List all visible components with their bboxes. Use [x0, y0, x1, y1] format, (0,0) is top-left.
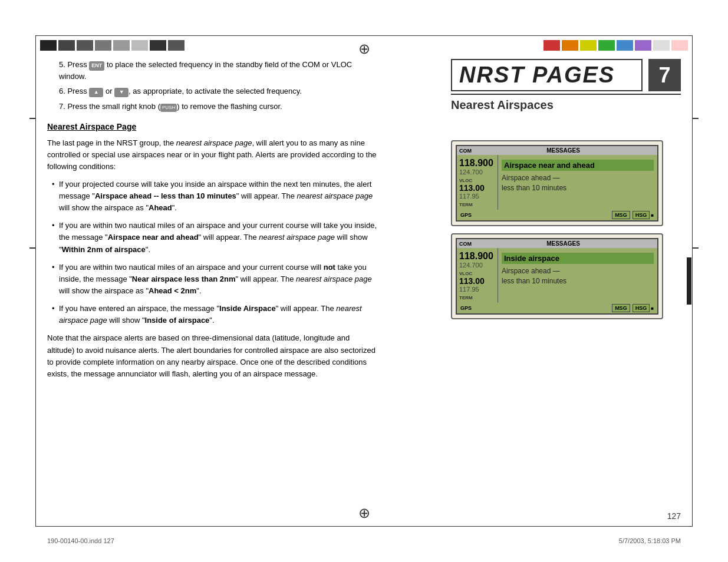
term-label-2: TERM	[459, 295, 495, 300]
gps-device-1: COM MESSAGES 118.900 124.700 VLOC 113.00…	[451, 140, 663, 226]
gps-label-2: GPS	[460, 305, 472, 311]
freq-active-1: 118.900	[459, 157, 495, 168]
bar-7	[150, 40, 166, 51]
right-column: NRST PAGES 7 Nearest Airspaces COM MESSA…	[451, 59, 681, 326]
step-7: 7. Press the small right knob (PUSH) to …	[47, 101, 377, 113]
crosshair-top	[355, 40, 373, 58]
messages-title-1: MESSAGES	[472, 147, 655, 154]
page-border-left	[35, 35, 36, 527]
bar-8	[168, 40, 185, 51]
freq-active-2: 118.900	[459, 250, 495, 262]
footer-left: 190-00140-00.indd 127	[47, 537, 114, 544]
term-label-1: TERM	[459, 202, 495, 207]
com-label-1: COM	[459, 148, 472, 154]
msg-btn2-1[interactable]: HSG	[633, 211, 650, 219]
bar-2	[58, 40, 75, 51]
bar-3	[77, 40, 93, 51]
msg-btn-1[interactable]: MSG	[612, 211, 630, 219]
right-msg-panel-2: Inside airspace Airspace ahead —less tha…	[498, 248, 657, 303]
vloc-active-2: 113.00	[459, 276, 495, 286]
vloc-active-1: 113.00	[459, 183, 495, 193]
freq-standby-1: 124.700	[459, 168, 495, 176]
messages-title-2: MESSAGES	[472, 240, 655, 247]
msg-line1-2: Inside airspace	[502, 253, 654, 264]
screen-header-2: COM MESSAGES	[457, 239, 657, 248]
bar-6	[131, 40, 148, 51]
screen-body-1: 118.900 124.700 VLOC 113.00 117.95 TERM …	[457, 155, 657, 210]
sidebar-marker	[687, 257, 691, 305]
section-intro: The last page in the NRST group, the nea…	[47, 137, 377, 173]
bar-r1	[543, 40, 560, 51]
page-border-bottom	[35, 526, 693, 527]
gps-bottom-bar-2: GPS MSG HSG ■	[457, 303, 657, 313]
up-button: ▲	[89, 88, 103, 97]
right-margin-mark-1	[693, 118, 699, 119]
bar-1	[40, 40, 57, 51]
push-knob-icon: PUSH	[160, 104, 177, 112]
msg-btn2-2[interactable]: HSG	[633, 304, 650, 312]
vloc-standby-1: 117.95	[459, 193, 495, 200]
bullet-item-2: If you are within two nautical miles of …	[53, 220, 377, 255]
msg-line2-1: Airspace ahead —less than 10 minutes	[502, 173, 654, 193]
gps-bottom-bar-1: GPS MSG HSG ■	[457, 210, 657, 220]
section-heading: Nearest Airspace Page	[47, 122, 377, 131]
gps-screen-1: COM MESSAGES 118.900 124.700 VLOC 113.00…	[456, 145, 658, 222]
page-border-right	[692, 35, 693, 527]
bar-r8	[671, 40, 688, 51]
main-content: 5. Press ENT to place the selected frequ…	[47, 59, 681, 509]
nrst-title-box: NRST PAGES 7	[451, 59, 681, 91]
msg-line2-2: Airspace ahead —less than 10 minutes	[502, 266, 654, 286]
gps-screen-2: COM MESSAGES 118.900 124.700 VLOC 113.00…	[456, 238, 658, 315]
vloc-standby-2: 117.95	[459, 286, 495, 293]
msg-line1-1: Airspace near and ahead	[502, 160, 654, 171]
page-number: 127	[667, 511, 681, 521]
left-margin-mark-2	[29, 247, 35, 249]
header-bars-right	[543, 40, 688, 51]
left-freq-panel-1: 118.900 124.700 VLOC 113.00 117.95 TERM	[457, 155, 498, 210]
bar-r6	[635, 40, 651, 51]
down-button: ▼	[114, 88, 129, 97]
msg-btn-2[interactable]: MSG	[612, 304, 630, 312]
screen-header-1: COM MESSAGES	[457, 146, 657, 155]
gps-device-2: COM MESSAGES 118.900 124.700 VLOC 113.00…	[451, 233, 663, 319]
step-6: 6. Press ▲ or ▼, as appropriate, to acti…	[47, 85, 377, 97]
bar-r3	[580, 40, 597, 51]
bar-5	[113, 40, 130, 51]
header-bars-left	[40, 40, 185, 51]
msg-indicator-1: ■	[651, 213, 654, 218]
footer-right: 5/7/2003, 5:18:03 PM	[619, 537, 681, 544]
bullet-item-1: If your projected course will take you i…	[53, 178, 377, 214]
note-text: Note that the airspace alerts are based …	[47, 332, 377, 380]
ent-button: ENT	[89, 61, 104, 71]
chapter-number: 7	[648, 59, 681, 91]
bar-r4	[598, 40, 615, 51]
page-border-top	[35, 35, 693, 36]
bar-r5	[617, 40, 633, 51]
bullet-item-4: If you have entered an airspace, the mes…	[53, 303, 377, 326]
bullet-item-3: If you are within two nautical miles of …	[53, 262, 377, 297]
left-margin-mark-1	[29, 118, 35, 119]
screen-body-2: 118.900 124.700 VLOC 113.00 117.95 TERM …	[457, 248, 657, 303]
step-5: 5. Press ENT to place the selected frequ…	[47, 59, 377, 82]
bar-r7	[653, 40, 670, 51]
msg-indicator-2: ■	[651, 306, 654, 311]
gps-label-1: GPS	[460, 212, 472, 218]
left-freq-panel-2: 118.900 124.700 VLOC 113.00 117.95 TERM	[457, 248, 498, 303]
nrst-subtitle: Nearest Airspaces	[451, 94, 681, 115]
spacer	[451, 123, 681, 140]
bar-4	[95, 40, 111, 51]
freq-standby-2: 124.700	[459, 262, 495, 269]
nrst-header: NRST PAGES 7 Nearest Airspaces	[451, 59, 681, 115]
right-msg-panel-1: Airspace near and ahead Airspace ahead —…	[498, 155, 657, 210]
right-margin-mark-2	[693, 247, 699, 249]
bar-r2	[562, 40, 578, 51]
com-label-2: COM	[459, 241, 472, 247]
nrst-title: NRST PAGES	[459, 62, 615, 87]
bullet-list: If your projected course will take you i…	[53, 178, 377, 327]
vloc-label-1: VLOC	[459, 178, 495, 183]
left-column: 5. Press ENT to place the selected frequ…	[47, 59, 377, 380]
vloc-label-2: VLOC	[459, 271, 495, 276]
